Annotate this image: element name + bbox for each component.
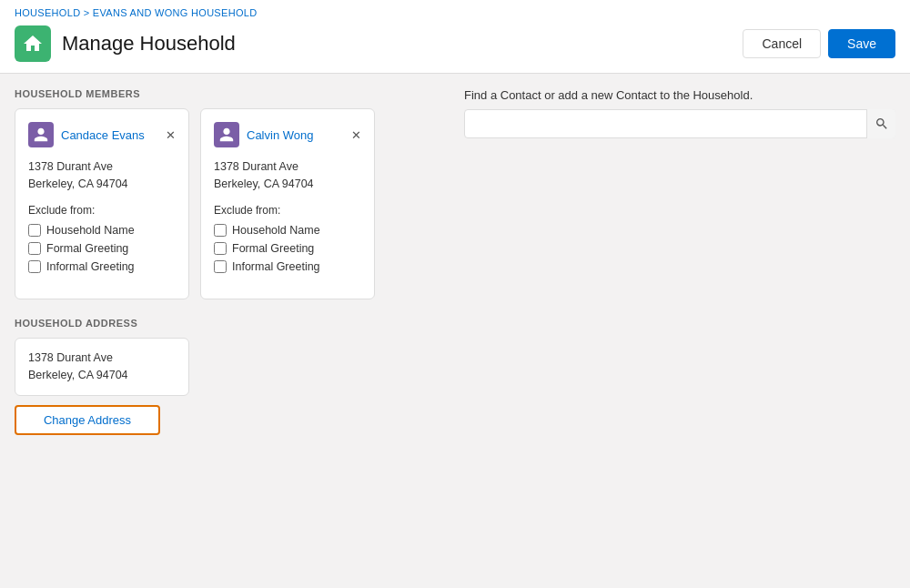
person-icon-candace [33, 127, 49, 143]
breadcrumb-separator: > [80, 7, 92, 18]
checkbox-label-informal-greeting-candace[interactable]: Informal Greeting [46, 260, 135, 273]
checkbox-informal-greeting-calvin[interactable] [214, 260, 227, 273]
breadcrumb-household-name: EVANS AND WONG HOUSEHOLD [93, 7, 258, 18]
checkbox-label-formal-greeting-candace[interactable]: Formal Greeting [46, 242, 128, 255]
member-address-line2-calvin: Berkeley, CA 94704 [214, 176, 361, 193]
member-name-candace[interactable]: Candace Evans [61, 128, 157, 142]
member-address-calvin: 1378 Durant Ave Berkeley, CA 94704 [214, 158, 361, 193]
header: HOUSEHOLD > EVANS AND WONG HOUSEHOLD Man… [0, 0, 910, 74]
checkbox-row-informal-greeting-candace: Informal Greeting [28, 260, 176, 273]
member-address-line1-candace: 1378 Durant Ave [28, 158, 176, 176]
member-avatar-calvin [214, 122, 239, 147]
checkbox-row-household-name-calvin: Household Name [214, 224, 361, 237]
exclude-label-calvin: Exclude from: [214, 204, 361, 217]
breadcrumb: HOUSEHOLD > EVANS AND WONG HOUSEHOLD [15, 0, 895, 20]
address-section: HOUSEHOLD ADDRESS 1378 Durant Ave Berkel… [15, 318, 446, 435]
address-line2: Berkeley, CA 94704 [28, 367, 176, 384]
address-section-label: HOUSEHOLD ADDRESS [15, 318, 446, 329]
member-card-header-candace: Candace Evans ✕ [28, 122, 176, 147]
checkbox-row-formal-greeting-candace: Formal Greeting [28, 242, 176, 255]
search-description: Find a Contact or add a new Contact to t… [464, 88, 895, 102]
checkbox-household-name-candace[interactable] [28, 224, 41, 237]
exclude-label-candace: Exclude from: [28, 204, 176, 217]
search-icon [875, 117, 889, 131]
checkbox-row-household-name-candace: Household Name [28, 224, 176, 237]
checkbox-household-name-calvin[interactable] [214, 224, 227, 237]
header-left: Manage Household [15, 25, 236, 62]
member-card-header-calvin: Calvin Wong ✕ [214, 122, 361, 147]
checkbox-label-household-name-calvin[interactable]: Household Name [232, 224, 320, 237]
member-name-calvin[interactable]: Calvin Wong [247, 128, 342, 142]
header-row: Manage Household Cancel Save [15, 20, 895, 73]
search-input[interactable] [464, 109, 895, 138]
left-panel: HOUSEHOLD MEMBERS Candace Evans ✕ [15, 88, 446, 573]
house-svg-icon [22, 33, 44, 55]
checkbox-formal-greeting-candace[interactable] [28, 242, 41, 255]
checkbox-label-formal-greeting-calvin[interactable]: Formal Greeting [232, 242, 314, 255]
breadcrumb-household: HOUSEHOLD [15, 7, 80, 18]
header-actions: Cancel Save [743, 29, 895, 58]
page-title: Manage Household [62, 32, 236, 56]
members-row: Candace Evans ✕ 1378 Durant Ave Berkeley… [15, 108, 446, 299]
member-close-candace[interactable]: ✕ [166, 128, 176, 142]
checkbox-informal-greeting-candace[interactable] [28, 260, 41, 273]
checkbox-row-formal-greeting-calvin: Formal Greeting [214, 242, 361, 255]
right-panel: Find a Contact or add a new Contact to t… [464, 88, 895, 573]
member-card-calvin: Calvin Wong ✕ 1378 Durant Ave Berkeley, … [200, 108, 375, 299]
cancel-button[interactable]: Cancel [743, 29, 821, 58]
member-address-line2-candace: Berkeley, CA 94704 [28, 176, 176, 193]
members-section: HOUSEHOLD MEMBERS Candace Evans ✕ [15, 88, 446, 299]
members-section-label: HOUSEHOLD MEMBERS [15, 88, 446, 99]
member-avatar-candace [28, 122, 54, 147]
member-card-candace: Candace Evans ✕ 1378 Durant Ave Berkeley… [15, 108, 189, 299]
member-address-candace: 1378 Durant Ave Berkeley, CA 94704 [28, 158, 176, 193]
checkbox-label-informal-greeting-calvin[interactable]: Informal Greeting [232, 260, 320, 273]
address-line1: 1378 Durant Ave [28, 350, 176, 367]
member-address-line1-calvin: 1378 Durant Ave [214, 158, 361, 176]
checkbox-formal-greeting-calvin[interactable] [214, 242, 227, 255]
change-address-button[interactable]: Change Address [15, 405, 160, 435]
checkbox-label-household-name-candace[interactable]: Household Name [46, 224, 135, 237]
search-box-wrapper [464, 109, 895, 138]
household-icon [15, 25, 51, 62]
member-close-calvin[interactable]: ✕ [351, 128, 361, 142]
person-icon-calvin [218, 127, 235, 143]
checkbox-row-informal-greeting-calvin: Informal Greeting [214, 260, 361, 273]
address-box: 1378 Durant Ave Berkeley, CA 94704 [15, 338, 189, 396]
main-content: HOUSEHOLD MEMBERS Candace Evans ✕ [0, 74, 910, 588]
save-button[interactable]: Save [828, 29, 895, 58]
search-button[interactable] [866, 109, 895, 138]
